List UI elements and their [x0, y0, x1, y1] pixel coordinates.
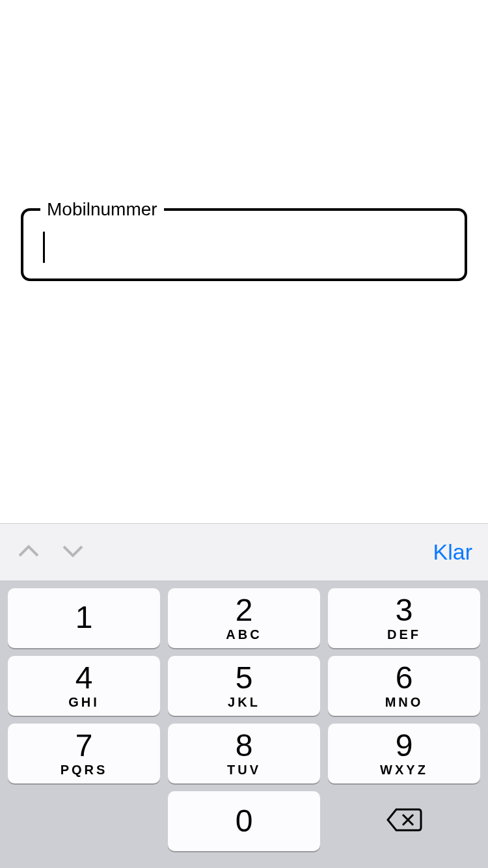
key-digit: 5 — [236, 662, 253, 694]
mobile-number-field-wrap: Mobilnummer — [21, 208, 467, 281]
key-digit: 8 — [236, 730, 253, 761]
key-digit: 7 — [75, 730, 93, 761]
key-digit: 9 — [396, 730, 413, 761]
key-7[interactable]: 7 PQRS — [8, 724, 160, 783]
key-3[interactable]: 3 DEF — [328, 588, 480, 648]
chevron-up-icon — [18, 544, 40, 561]
key-5[interactable]: 5 JKL — [168, 656, 320, 716]
numeric-keypad: 1 2 ABC 3 DEF 4 GHI 5 JKL 6 MNO — [0, 580, 488, 868]
mobile-number-input[interactable] — [40, 229, 444, 262]
key-2[interactable]: 2 ABC — [168, 588, 320, 648]
key-digit: 6 — [396, 662, 413, 694]
key-9[interactable]: 9 WXYZ — [328, 724, 480, 783]
key-digit: 0 — [236, 806, 253, 837]
key-digit: 1 — [75, 602, 93, 633]
key-digit: 2 — [236, 595, 253, 626]
chevron-down-icon — [62, 544, 84, 561]
field-label-wrap: Mobilnummer — [40, 199, 164, 220]
mobile-number-field[interactable]: Mobilnummer — [21, 208, 467, 281]
key-letters: JKL — [228, 695, 260, 710]
next-field-button[interactable] — [60, 539, 86, 565]
key-6[interactable]: 6 MNO — [328, 656, 480, 716]
key-letters: TUV — [227, 763, 261, 778]
key-digit: 4 — [75, 662, 93, 694]
backspace-key[interactable] — [328, 791, 480, 851]
keyboard-toolbar: Klar — [0, 523, 488, 580]
key-0[interactable]: 0 — [168, 791, 320, 851]
key-spacer — [8, 791, 160, 851]
key-letters: DEF — [387, 627, 421, 642]
done-button[interactable]: Klar — [433, 539, 472, 565]
key-letters: GHI — [68, 695, 100, 710]
key-letters: PQRS — [61, 763, 108, 778]
field-label: Mobilnummer — [47, 199, 157, 220]
key-8[interactable]: 8 TUV — [168, 724, 320, 783]
previous-field-button[interactable] — [16, 539, 42, 565]
key-letters: MNO — [385, 695, 424, 710]
backspace-icon — [386, 807, 422, 835]
key-digit: 3 — [396, 595, 413, 626]
key-letters: ABC — [226, 627, 262, 642]
key-letters: WXYZ — [380, 763, 428, 778]
key-1[interactable]: 1 — [8, 588, 160, 648]
key-4[interactable]: 4 GHI — [8, 656, 160, 716]
